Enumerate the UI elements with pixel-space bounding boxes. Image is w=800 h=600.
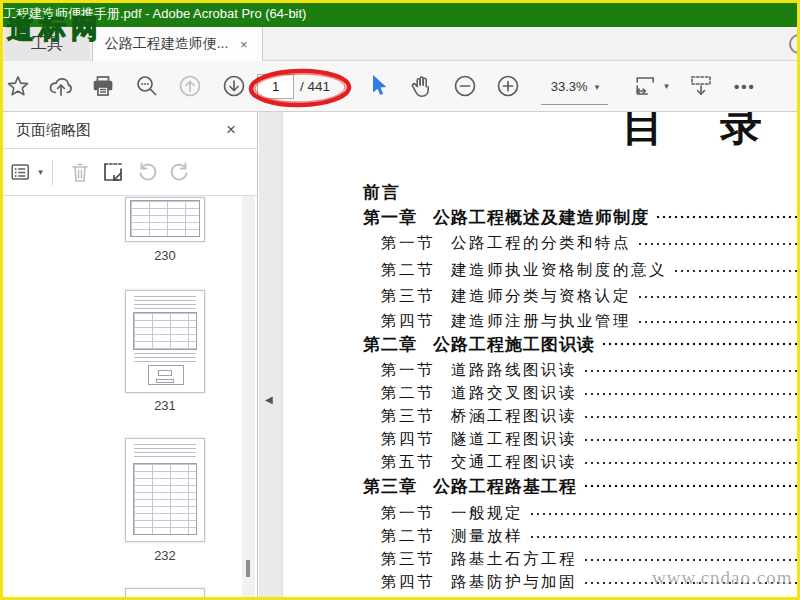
page-fit-dropdown[interactable]: ▾: [633, 74, 669, 98]
chevron-down-icon: ▾: [664, 81, 669, 91]
thumbnail-page-232[interactable]: [125, 438, 205, 542]
toc-entry: 第二章公路工程施工图识读: [363, 333, 800, 354]
previous-page-icon[interactable]: [177, 73, 203, 99]
toolbar-divider: [52, 160, 53, 185]
toc-entry: 第二节测量放样: [381, 526, 800, 547]
tab-document-label: 公路工程建造师便...: [93, 35, 240, 53]
toc-entry: 第一节一般规定: [381, 503, 800, 524]
delete-pages-icon[interactable]: [68, 160, 92, 184]
thumbnails-panel: 页面缩略图 × ▾: [0, 112, 258, 600]
dotted-leader: [673, 267, 800, 275]
toc-entry: 第一章公路工程概述及建造师制度: [363, 206, 800, 227]
dotted-leader: [655, 213, 800, 221]
toc-entry: 第二节建造师执业资格制度的意义: [381, 260, 800, 281]
notification-icon[interactable]: [789, 34, 800, 54]
page-title: 录: [720, 112, 762, 154]
share-icon[interactable]: [48, 74, 74, 98]
chevron-down-icon: ▾: [38, 167, 43, 177]
dotted-leader: [583, 367, 800, 375]
print-icon[interactable]: [91, 74, 115, 98]
rotate-right-icon[interactable]: [168, 160, 192, 184]
thumbnail-options-icon[interactable]: ▾: [9, 161, 43, 183]
toc-entry: 第二节道路交叉图识读: [381, 383, 800, 404]
thumbnails-list: 230 231 232: [0, 196, 257, 600]
tab-bar: 工具 公路工程建造师便... ×: [0, 27, 800, 61]
thumbnail-page-233-partial[interactable]: [125, 588, 205, 598]
more-tools-icon[interactable]: •••: [734, 78, 756, 95]
thumbnails-panel-header: 页面缩略图 ×: [0, 112, 257, 149]
toc-entry: 前言: [363, 181, 401, 202]
collapse-panel-icon[interactable]: ◀: [265, 394, 273, 405]
zoom-in-icon[interactable]: [495, 73, 521, 99]
page-total-label: / 441: [300, 74, 330, 99]
thumbnail-page-231[interactable]: [125, 290, 205, 393]
tab-close-icon[interactable]: ×: [240, 37, 262, 52]
main-toolbar: 1 / 441 33.3% ▾: [0, 61, 800, 112]
dotted-leader: [583, 459, 800, 467]
page-title: 目: [622, 112, 664, 154]
rotate-left-icon[interactable]: [135, 160, 159, 184]
dotted-leader: [583, 413, 800, 421]
thumbnail-label: 230: [125, 248, 205, 263]
zoom-underline: [541, 104, 608, 105]
zoom-level-value: 33.3%: [551, 79, 588, 94]
thumbnails-panel-title: 页面缩略图: [16, 112, 91, 148]
toolbar-presets-icon[interactable]: [688, 73, 714, 99]
tab-document[interactable]: 公路工程建造师便... ×: [92, 27, 263, 61]
toc-entry: 第三章公路工程路基工程: [363, 475, 800, 496]
thumbnails-toolbar: ▾: [0, 149, 257, 196]
toc-entry: 第一节公路工程的分类和特点: [381, 233, 800, 254]
page-number-input[interactable]: 1: [257, 74, 294, 99]
dotted-leader: [583, 482, 800, 490]
site-watermark: www.cndao.com: [652, 567, 793, 589]
document-page: 目 录 前言 第一章公路工程概述及建造师制度 第一节公路工程的分类和特点 第二节…: [284, 112, 800, 600]
search-icon[interactable]: [134, 73, 160, 99]
app-window: 工程建造师便携手册.pdf - Adobe Acrobat Pro (64-bi…: [0, 0, 800, 600]
zoom-out-icon[interactable]: [452, 73, 478, 99]
dotted-leader: [583, 436, 800, 444]
dotted-leader: [583, 390, 800, 398]
thumbnail-label: 231: [125, 398, 205, 413]
panel-close-icon[interactable]: ×: [226, 112, 236, 148]
dotted-leader: [529, 533, 800, 541]
toc-entry: 第四节隧道工程图识读: [381, 429, 800, 450]
toc-entry: 第五节路基排水工程: [381, 595, 800, 600]
dotted-leader: [529, 510, 800, 518]
dotted-leader: [637, 318, 800, 326]
favorites-star-icon[interactable]: [6, 74, 30, 98]
thumbnail-label: 232: [125, 548, 205, 563]
panel-gutter: ◀: [259, 112, 283, 600]
next-page-icon[interactable]: [221, 73, 247, 99]
dotted-leader: [583, 556, 800, 564]
scrollbar-thumb[interactable]: [246, 560, 250, 577]
thumbnail-page-230[interactable]: [125, 197, 205, 242]
chevron-down-icon: ▾: [595, 81, 600, 91]
dotted-leader: [601, 340, 800, 348]
thumbnails-scrollbar[interactable]: [242, 196, 255, 600]
crop-pages-icon[interactable]: [101, 160, 125, 184]
toc-entry: 第五节交通工程图识读: [381, 452, 800, 473]
hand-tool-icon[interactable]: [409, 73, 435, 99]
dotted-leader: [637, 293, 800, 301]
dotted-leader: [637, 240, 800, 248]
window-titlebar[interactable]: 工程建造师便携手册.pdf - Adobe Acrobat Pro (64-bi…: [0, 0, 800, 27]
toc-entry: 第三节桥涵工程图识读: [381, 406, 800, 427]
toc-entry: 第一节道路路线图识读: [381, 360, 800, 381]
corner-watermark: 道标网: [7, 11, 103, 47]
toc-entry: 第四节建造师注册与执业管理: [381, 311, 800, 332]
select-tool-icon[interactable]: [367, 73, 389, 99]
toc-entry: 第三节建造师分类与资格认定: [381, 286, 800, 307]
zoom-level-dropdown[interactable]: 33.3% ▾: [551, 79, 599, 94]
